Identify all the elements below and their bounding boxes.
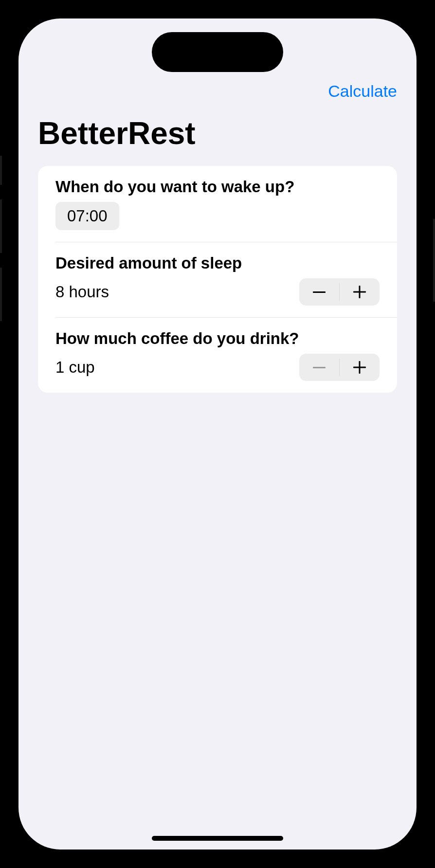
wake-title: When do you want to wake up? (55, 178, 380, 196)
coffee-increment-button[interactable] (340, 354, 380, 381)
sleep-section: Desired amount of sleep 8 hours (55, 242, 397, 317)
sleep-stepper (299, 278, 380, 306)
coffee-section: How much coffee do you drink? 1 cup (55, 317, 397, 393)
coffee-title: How much coffee do you drink? (55, 329, 380, 348)
silent-switch (0, 156, 2, 185)
page-title: BetterRest (18, 106, 417, 166)
navigation-bar: Calculate (18, 82, 417, 106)
volume-up-button (0, 199, 2, 253)
dynamic-island (152, 32, 283, 72)
app-content: Calculate BetterRest When do you want to… (18, 18, 417, 850)
coffee-stepper-row: 1 cup (55, 354, 380, 381)
sleep-title: Desired amount of sleep (55, 254, 380, 272)
calculate-button[interactable]: Calculate (328, 82, 397, 101)
plus-icon (353, 286, 366, 298)
minus-icon (313, 291, 326, 293)
coffee-stepper (299, 354, 380, 381)
coffee-decrement-button[interactable] (299, 354, 339, 381)
form-card: When do you want to wake up? 07:00 Desir… (38, 166, 397, 393)
sleep-value: 8 hours (55, 283, 109, 301)
wake-section: When do you want to wake up? 07:00 (38, 166, 397, 242)
screen: Calculate BetterRest When do you want to… (18, 18, 417, 850)
coffee-value: 1 cup (55, 358, 95, 377)
home-indicator[interactable] (152, 836, 283, 841)
sleep-increment-button[interactable] (340, 278, 380, 306)
minus-icon (313, 367, 326, 368)
device-frame: Calculate BetterRest When do you want to… (0, 0, 435, 868)
volume-down-button (0, 268, 2, 321)
device-border: Calculate BetterRest When do you want to… (12, 12, 423, 856)
plus-icon (353, 361, 366, 374)
sleep-decrement-button[interactable] (299, 278, 339, 306)
sleep-stepper-row: 8 hours (55, 278, 380, 306)
power-button (433, 219, 435, 302)
wake-time-picker[interactable]: 07:00 (55, 202, 119, 230)
